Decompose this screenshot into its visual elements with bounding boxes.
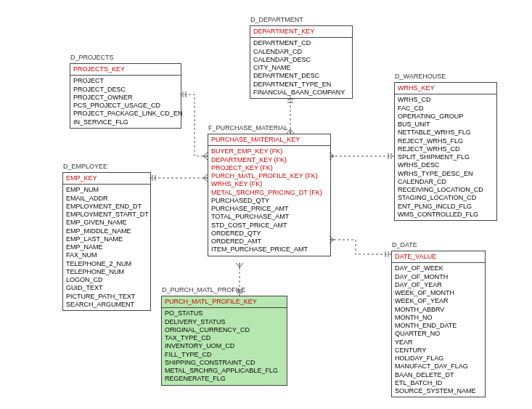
- entity-col: IN_SERVICE_FLG: [73, 118, 178, 126]
- entity-col: TELEPHONE_NUM: [66, 268, 147, 276]
- entity-body-employee: EMP_NUM EMAIL_ADDR EMPLOYMENT_END_DT EMP…: [63, 185, 150, 310]
- entity-col: DEPARTMENT_TYPE_EN: [253, 81, 349, 89]
- entity-pk: DEPARTMENT_KEY: [250, 26, 352, 38]
- entity-title: D_PROJECTS: [70, 54, 114, 62]
- entity-col: EMP_NAME: [66, 243, 147, 251]
- tick-icon: [183, 92, 186, 97]
- entity-body-department: DEPARTMENT_CD CALENDAR_CD CALENDAR_DESC …: [250, 38, 352, 98]
- entity-col: SPLIT_SHIPMENT_FLG: [398, 153, 494, 161]
- entity-col: FAC_CD: [398, 105, 494, 113]
- entity-body-projects: PROJECT PROJECT_DESC PROJECT_OWNER PCS_P…: [70, 76, 181, 128]
- entity-col: STAGING_LOCATION_CD: [398, 194, 494, 202]
- entity-col: BAAN_DELETE_DT: [395, 371, 482, 379]
- entity-col: QUARTER_NO: [395, 330, 482, 338]
- entity-col: STD_COST_PRICE_AMT: [211, 222, 327, 230]
- entity-col: MANUFACT_DAY_FLAG: [395, 363, 482, 370]
- entity-col: CALENDAR_CD: [398, 178, 494, 186]
- entity-col: WRHS_DESC: [398, 161, 494, 169]
- tick-icon: [388, 153, 391, 159]
- entity-fk: WRHS_KEY (FK): [211, 180, 327, 188]
- entity-col: DEPARTMENT_DESC: [253, 72, 349, 80]
- entity-pk: DATE_VALUE: [392, 251, 485, 263]
- entity-f-purchase-material: F_PURCHASE_MATERIAL PURCHASE_MATERIAL_KE…: [208, 134, 331, 256]
- entity-col: TOTAL_PURCHASE_AMT: [211, 213, 327, 221]
- entity-fk: BUYER_EMP_KEY (FK): [211, 147, 327, 155]
- entity-col: OPERATING_GROUP: [398, 113, 494, 121]
- entity-col: PURCHASE_PRICE_AMT: [211, 205, 327, 213]
- entity-col: DAY_OF_WEEK: [395, 264, 482, 272]
- entity-col: PCS_PROJECT_USAGE_CD: [73, 102, 178, 110]
- entity-col: REJECT_WRHS_FLG: [398, 137, 494, 145]
- entity-col: ENT_PLNG_INCLD_FLG: [398, 203, 494, 211]
- entity-col: WRHS_TYPE_DESC_EN: [398, 170, 494, 178]
- entity-col: SEARCH_ARGUMENT: [66, 301, 147, 309]
- entity-col: DELIVERY_STATUS: [165, 318, 284, 326]
- entity-col: PROJECT_DESC: [73, 86, 178, 94]
- entity-col: RECEIVING_LOCATION_CD: [398, 186, 494, 194]
- entity-pk: PROJECTS_KEY: [70, 64, 181, 76]
- entity-col: PO_STATUS: [165, 309, 284, 317]
- entity-col: YEAR: [395, 339, 482, 347]
- entity-body-profile: PO_STATUS DELIVERY_STATUS ORIGINAL_CURRE…: [162, 308, 287, 384]
- entity-col: WRHS_CD: [398, 96, 494, 104]
- entity-col: MONTH_END_DATE: [395, 322, 482, 330]
- entity-col: INVENTORY_UOM_CD: [165, 342, 284, 350]
- entity-col: LOGON_CD: [66, 276, 147, 284]
- entity-title: F_PURCHASE_MATERIAL: [208, 124, 288, 132]
- entity-pk: PURCH_MATL_PROFILE_KEY: [162, 296, 287, 308]
- entity-col: SHIPPING_CONSTRAINT_CD: [165, 359, 284, 367]
- entity-col: CITY_NAME: [253, 64, 349, 72]
- entity-col: EMP_GIVEN_NAME: [66, 219, 147, 227]
- entity-title: D_DEPARTMENT: [250, 16, 303, 24]
- entity-d-department: D_DEPARTMENT DEPARTMENT_KEY DEPARTMENT_C…: [250, 25, 353, 99]
- entity-d-employee: D_EMPLOYEE EMP_KEY EMP_NUM EMAIL_ADDR EM…: [62, 172, 151, 311]
- entity-fk: METAL_SRCHRG_PRICING_DT (FK): [211, 189, 327, 197]
- entity-col: PROJECT: [73, 77, 178, 85]
- entity-col: CALENDAR_DESC: [253, 56, 349, 64]
- entity-col: MONTH_ABBRV: [395, 306, 482, 314]
- entity-col: TELEPHONE_2_NUM: [66, 260, 147, 268]
- entity-title: D_PURCH_MATL_PROFILE: [162, 286, 245, 294]
- entity-title: D_EMPLOYEE: [63, 163, 107, 171]
- entity-body-warehouse: WRHS_CD FAC_CD OPERATING_GROUP BUS_UNIT …: [395, 94, 496, 220]
- entity-pk: PURCHASE_MATERIAL_KEY: [208, 134, 330, 146]
- tick-icon: [152, 175, 155, 181]
- entity-col: EMP_LAST_NAME: [66, 235, 147, 243]
- entity-col: ITEM_PURCHASE_PRICE_AMT: [211, 246, 327, 254]
- entity-col: REJECT_WRHS_CD: [398, 145, 494, 153]
- entity-body-date: DAY_OF_WEEK DAY_OF_MONTH DAY_OF_YEAR WEE…: [392, 263, 485, 397]
- entity-col: ETL_BATCH_ID: [395, 379, 482, 387]
- tick-icon: [287, 100, 293, 102]
- entity-d-purch-matl-profile: D_PURCH_MATL_PROFILE PURCH_MATL_PROFILE_…: [161, 296, 287, 386]
- entity-col: SOURCE_SYSTEM_NAME: [395, 387, 482, 395]
- entity-col: ORIGINAL_CURRENCY_CD: [165, 326, 284, 334]
- entity-col: PURCHASED_QTY: [211, 197, 327, 205]
- erd-canvas: D_PROJECTS PROJECTS_KEY PROJECT PROJECT_…: [0, 0, 532, 409]
- entity-col: ORDERED_AMT: [211, 238, 327, 246]
- entity-col: BUS_UNIT: [398, 121, 494, 129]
- entity-col: METAL_SRCHRG_APPLICABLE_FLG: [165, 367, 284, 375]
- entity-col: DAY_OF_MONTH: [395, 273, 482, 281]
- entity-pk: WRHS_KEY: [395, 83, 496, 94]
- entity-d-date: D_DATE DATE_VALUE DAY_OF_WEEK DAY_OF_MON…: [391, 251, 486, 397]
- entity-col: HOLIDAY_FLAG: [395, 355, 482, 363]
- entity-col: DEPARTMENT_CD: [253, 39, 349, 47]
- entity-col: MONTH_NO: [395, 314, 482, 322]
- entity-col: TAX_TYPE_CD: [165, 334, 284, 342]
- entity-title: D_DATE: [392, 241, 417, 249]
- entity-col: EMP_NUM: [66, 186, 147, 194]
- rel-projects-fact: [180, 94, 208, 156]
- entity-col: ORDERED_QTY: [211, 230, 327, 238]
- entity-col: PICTURE_PATH_TEXT: [66, 293, 147, 301]
- entity-col: REGENERATE_FLG: [165, 375, 284, 383]
- entity-body-fact: BUYER_EMP_KEY (FK) DEPARTMENT_KEY (FK) P…: [208, 146, 330, 255]
- entity-col: FAX_NUM: [66, 251, 147, 259]
- entity-col: PROJECT_OWNER: [73, 94, 178, 102]
- entity-col: FINANCIAL_BAAN_COMPANY: [253, 89, 349, 97]
- entity-col: EMPLOYMENT_START_DT: [66, 211, 147, 219]
- entity-col: WEEK_OF_MONTH: [395, 289, 482, 297]
- entity-d-warehouse: D_WAREHOUSE WRHS_KEY WRHS_CD FAC_CD OPER…: [394, 82, 497, 221]
- entity-fk: DEPARTMENT_KEY (FK): [211, 156, 327, 164]
- entity-col: CALENDAR_CD: [253, 48, 349, 56]
- entity-col: EMAIL_ADDR: [66, 195, 147, 203]
